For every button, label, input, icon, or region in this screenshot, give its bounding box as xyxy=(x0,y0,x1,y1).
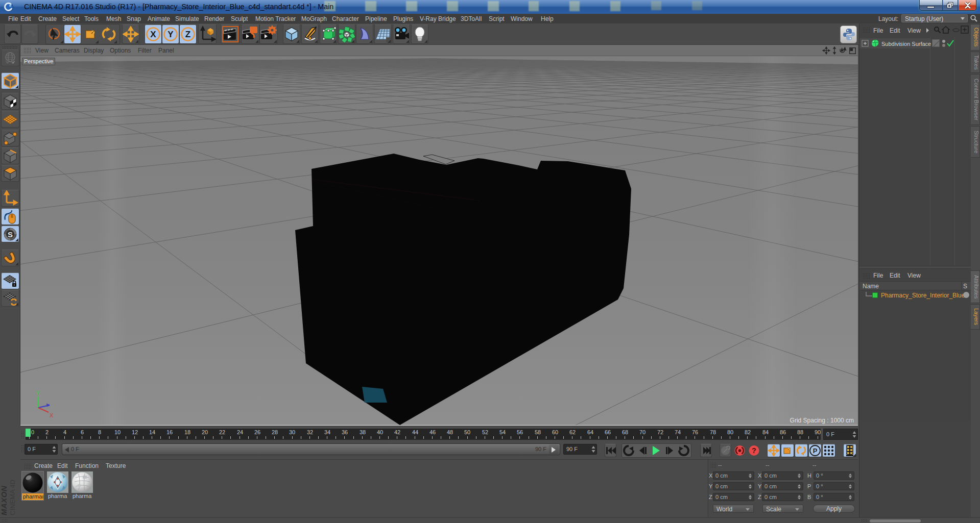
svg-text:Y: Y xyxy=(168,30,174,39)
svg-text:S: S xyxy=(8,230,13,239)
svg-text:Y: Y xyxy=(36,390,40,396)
svg-text:X: X xyxy=(50,412,54,418)
svg-text:Z: Z xyxy=(185,30,190,39)
svg-text:X: X xyxy=(150,30,156,39)
svg-text:P: P xyxy=(813,447,818,455)
svg-text:Grid Spacing : 1000 cm: Grid Spacing : 1000 cm xyxy=(790,417,854,424)
svg-text:?: ? xyxy=(752,446,756,455)
